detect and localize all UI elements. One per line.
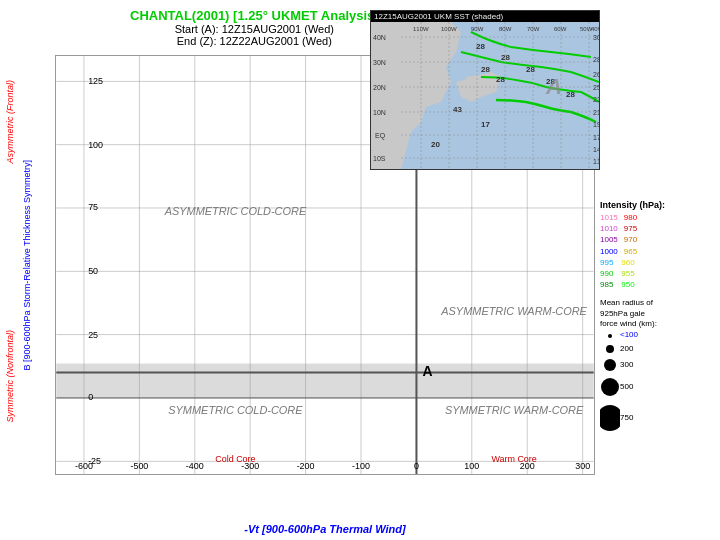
wind-row: 500: [600, 374, 715, 400]
svg-point-99: [601, 378, 619, 396]
legend-row: 1000 965: [600, 246, 715, 257]
svg-text:28: 28: [526, 65, 535, 74]
svg-text:10N: 10N: [373, 109, 386, 116]
wind-title: Mean radius of925hPa galeforce wind (km)…: [600, 298, 715, 329]
wind-row: 200: [600, 342, 715, 356]
legend-row: 1005 970: [600, 234, 715, 245]
svg-text:28: 28: [593, 56, 600, 63]
asymmetric-label: Asymmetric (Frontal): [5, 80, 15, 164]
svg-text:-500: -500: [130, 461, 148, 471]
svg-text:EQ: EQ: [375, 132, 386, 140]
svg-text:ASYMMETRIC WARM-CORE: ASYMMETRIC WARM-CORE: [440, 305, 587, 317]
svg-text:90W: 90W: [471, 26, 484, 32]
svg-point-96: [608, 334, 612, 338]
y-axis-text: B [900-600hPa Storm-Relative Thickness S…: [22, 160, 33, 370]
svg-text:43: 43: [453, 105, 462, 114]
svg-text:300: 300: [575, 461, 590, 471]
map-inset: 12Z15AUG2001 UKM SST (shaded): [370, 10, 600, 170]
x-axis-text: -Vt [900-600hPa Thermal Wind]: [244, 523, 405, 535]
svg-text:14: 14: [593, 146, 600, 153]
svg-text:20: 20: [431, 140, 440, 149]
svg-text:-400: -400: [186, 461, 204, 471]
title-area: CHANTAL(2001) [1.25° UKMET Analysis] Sta…: [130, 8, 379, 47]
svg-text:28: 28: [566, 90, 575, 99]
svg-text:30: 30: [593, 34, 600, 41]
svg-text:30N: 30N: [373, 59, 386, 66]
map-title-bar: 12Z15AUG2001 UKM SST (shaded): [371, 11, 599, 22]
svg-text:A: A: [545, 74, 562, 99]
svg-text:Warm Core: Warm Core: [491, 454, 536, 464]
svg-text:0: 0: [88, 392, 93, 402]
svg-text:100: 100: [88, 140, 103, 150]
svg-text:0: 0: [414, 461, 419, 471]
svg-rect-0: [56, 364, 593, 399]
wind-row: 300: [600, 356, 715, 374]
svg-text:100W: 100W: [441, 26, 457, 32]
svg-text:40N: 40N: [373, 34, 386, 41]
svg-text:28: 28: [481, 65, 490, 74]
svg-text:SYMMETRIC WARM-CORE: SYMMETRIC WARM-CORE: [445, 404, 584, 416]
svg-text:-200: -200: [297, 461, 315, 471]
wind-row: <100: [600, 329, 715, 342]
svg-text:70W: 70W: [527, 26, 540, 32]
svg-text:11: 11: [593, 158, 600, 165]
svg-text:23: 23: [593, 96, 600, 103]
svg-text:60W: 60W: [554, 26, 567, 32]
svg-text:-100: -100: [352, 461, 370, 471]
map-svg: 40N 30N 20N 10N EQ 10S 110W 100W 90W 80W…: [371, 22, 600, 170]
svg-text:125: 125: [88, 76, 103, 86]
svg-text:75: 75: [88, 202, 98, 212]
intensity-title: Intensity (hPa):: [600, 200, 715, 210]
svg-point-98: [604, 359, 616, 371]
svg-text:ASYMMETRIC COLD-CORE: ASYMMETRIC COLD-CORE: [164, 205, 307, 217]
svg-text:28: 28: [501, 53, 510, 62]
svg-text:28: 28: [496, 75, 505, 84]
svg-point-100: [600, 405, 620, 431]
svg-text:Cold Core: Cold Core: [215, 454, 255, 464]
legend-row: 1015 980: [600, 212, 715, 223]
legend-row: 985 950: [600, 279, 715, 290]
legend-row: 1010 975: [600, 223, 715, 234]
svg-text:28: 28: [476, 42, 485, 51]
svg-text:SYMMETRIC COLD-CORE: SYMMETRIC COLD-CORE: [168, 404, 303, 416]
svg-text:26: 26: [593, 71, 600, 78]
wind-row: 750: [600, 400, 715, 436]
symmetric-label: Symmetric (Nonfrontal): [5, 330, 15, 423]
svg-text:50: 50: [88, 266, 98, 276]
svg-point-97: [606, 345, 614, 353]
svg-text:100: 100: [464, 461, 479, 471]
legend-row: 995 960: [600, 257, 715, 268]
main-title: CHANTAL(2001) [1.25° UKMET Analysis]: [130, 8, 379, 23]
svg-text:110W: 110W: [413, 26, 429, 32]
legend-row: 990 955: [600, 268, 715, 279]
subtitle-start: Start (A): 12Z15AUG2001 (Wed): [130, 23, 379, 35]
svg-text:-25: -25: [88, 456, 101, 466]
svg-text:21: 21: [593, 109, 600, 116]
main-container: CHANTAL(2001) [1.25° UKMET Analysis] Sta…: [0, 0, 720, 540]
svg-text:17: 17: [481, 120, 490, 129]
svg-text:40W: 40W: [591, 26, 600, 32]
svg-text:19: 19: [593, 121, 600, 128]
svg-text:A: A: [423, 363, 433, 379]
svg-text:20N: 20N: [373, 84, 386, 91]
svg-text:17: 17: [593, 134, 600, 141]
subtitle-end: End (Z): 12Z22AUG2001 (Wed): [130, 35, 379, 47]
legend-area: Intensity (hPa): 1015 980 1010 975 1005 …: [600, 200, 715, 436]
svg-text:10S: 10S: [373, 155, 386, 162]
x-axis-label: -Vt [900-600hPa Thermal Wind]: [55, 523, 595, 535]
svg-text:25: 25: [593, 84, 600, 91]
svg-text:25: 25: [88, 330, 98, 340]
map-svg-container: 40N 30N 20N 10N EQ 10S 110W 100W 90W 80W…: [371, 22, 599, 170]
svg-text:80W: 80W: [499, 26, 512, 32]
